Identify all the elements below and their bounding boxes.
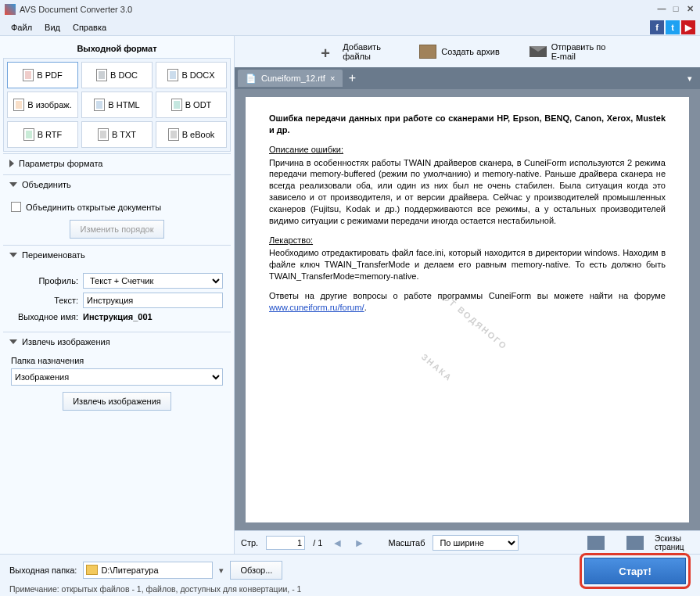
image-icon bbox=[13, 99, 24, 111]
section-rename[interactable]: Переименовать bbox=[3, 246, 231, 264]
text-label: Текст: bbox=[11, 296, 78, 305]
add-tab-button[interactable]: + bbox=[343, 71, 361, 85]
format-txt[interactable]: В TXT bbox=[81, 121, 153, 148]
chevron-down-icon bbox=[9, 182, 17, 187]
format-ebook[interactable]: В eBook bbox=[156, 121, 227, 148]
html-icon bbox=[94, 99, 105, 111]
profile-label: Профиль: bbox=[11, 276, 78, 285]
thumbnails-label: Эскизы страниц bbox=[655, 534, 694, 551]
right-panel: Добавить файлы Создать архив Отправить п… bbox=[235, 36, 700, 554]
minimize-button[interactable]: — bbox=[656, 4, 667, 15]
section-format-params[interactable]: Параметры формата bbox=[3, 154, 231, 173]
section-extract[interactable]: Извлечь изображения bbox=[3, 332, 231, 351]
titlebar: AVS Document Converter 3.0 — □ ✕ bbox=[0, 0, 700, 19]
menu-file[interactable]: Файл bbox=[5, 21, 38, 34]
doc-sub2: Лекарство: bbox=[269, 235, 666, 246]
page-label: Стр. bbox=[241, 538, 258, 548]
doc-icon bbox=[96, 69, 107, 81]
tabbar: 📄 Cuneiform_12.rtf × + ▾ bbox=[235, 67, 700, 89]
chevron-down-icon bbox=[9, 253, 17, 257]
format-docx[interactable]: В DOCX bbox=[156, 62, 227, 88]
zoom-select[interactable]: По ширине bbox=[433, 535, 519, 551]
thumbnails-icon[interactable] bbox=[626, 536, 644, 550]
youtube-icon[interactable]: ▶ bbox=[681, 20, 695, 34]
ebook-icon bbox=[168, 128, 179, 141]
doc-p3: Ответы на другие вопросы о работе програ… bbox=[269, 291, 666, 300]
chevron-down-icon bbox=[9, 339, 17, 344]
doc-link[interactable]: www.cuneiform.ru/forum/ bbox=[269, 303, 364, 312]
tab-dropdown[interactable]: ▾ bbox=[683, 74, 697, 84]
plus-icon bbox=[321, 45, 338, 59]
browse-button[interactable]: Обзор... bbox=[230, 561, 282, 580]
rtf-icon bbox=[23, 128, 34, 141]
add-files-button[interactable]: Добавить файлы bbox=[313, 39, 397, 64]
format-odt[interactable]: В ODT bbox=[156, 92, 227, 118]
document-viewport[interactable]: Ошибка передачи данных при работе со ска… bbox=[235, 89, 700, 530]
mail-icon bbox=[529, 46, 547, 57]
prev-page-button[interactable]: ◄ bbox=[330, 536, 344, 550]
twitter-icon[interactable]: t bbox=[666, 20, 680, 34]
page-input[interactable] bbox=[266, 536, 305, 550]
format-doc[interactable]: В DOC bbox=[81, 62, 153, 88]
outname-value: Инструкция_001 bbox=[83, 312, 153, 321]
print-icon[interactable] bbox=[587, 536, 605, 550]
next-page-button[interactable]: ► bbox=[352, 536, 366, 550]
facebook-icon[interactable]: f bbox=[650, 20, 664, 34]
output-folder-input[interactable] bbox=[83, 562, 213, 579]
menu-view[interactable]: Вид bbox=[38, 21, 66, 34]
destination-label: Папка назначения bbox=[11, 356, 223, 365]
page-total: / 1 bbox=[313, 538, 322, 548]
pdf-icon bbox=[23, 69, 34, 81]
chevron-right-icon bbox=[9, 160, 14, 167]
tab-close-button[interactable]: × bbox=[330, 74, 335, 83]
tab-label: Cuneiform_12.rtf bbox=[261, 74, 325, 83]
zoom-label: Масштаб bbox=[388, 538, 425, 548]
close-button[interactable]: ✕ bbox=[684, 4, 695, 15]
document-tab[interactable]: 📄 Cuneiform_12.rtf × bbox=[238, 70, 343, 87]
top-actions: Добавить файлы Создать архив Отправить п… bbox=[235, 36, 700, 67]
window-title: AVS Document Converter 3.0 bbox=[20, 5, 656, 14]
app-icon bbox=[5, 4, 16, 15]
format-pdf[interactable]: В PDF bbox=[7, 62, 78, 88]
create-archive-button[interactable]: Создать архив bbox=[411, 41, 507, 62]
menu-help[interactable]: Справка bbox=[66, 21, 113, 34]
text-input[interactable] bbox=[83, 293, 223, 308]
format-html[interactable]: В HTML bbox=[81, 92, 153, 118]
extract-images-button[interactable]: Извлечь изображения bbox=[63, 392, 171, 411]
doc-p1: Причина в особенностях работы TWAIN драй… bbox=[269, 157, 666, 227]
status-strip: Стр. / 1 ◄ ► Масштаб По ширине Эскизы ст… bbox=[235, 530, 700, 554]
format-image[interactable]: В изображ. bbox=[7, 92, 78, 118]
file-icon: 📄 bbox=[246, 74, 257, 84]
bottom-bar: Выходная папка: ▾ Обзор... Старт! Примеч… bbox=[0, 554, 700, 596]
doc-heading: Ошибка передачи данных при работе со ска… bbox=[269, 113, 666, 136]
change-order-button[interactable]: Изменить порядок bbox=[70, 220, 163, 239]
maximize-button[interactable]: □ bbox=[670, 4, 681, 15]
output-format-title: Выходной формат bbox=[3, 39, 231, 58]
note-text: Примечание: открытых файлов - 1, файлов,… bbox=[9, 584, 691, 594]
destination-select[interactable]: Изображения bbox=[11, 368, 223, 386]
start-button[interactable]: Старт! bbox=[584, 558, 686, 584]
outname-label: Выходное имя: bbox=[11, 312, 78, 321]
doc-sub1: Описание ошибки: bbox=[269, 144, 666, 156]
archive-icon bbox=[419, 45, 436, 59]
txt-icon bbox=[98, 128, 109, 141]
menubar: Файл Вид Справка f t ▶ bbox=[0, 19, 700, 36]
document-page: Ошибка передачи данных при работе со ска… bbox=[246, 97, 689, 522]
left-panel: Выходной формат В PDF В DOC В DOCX В изо… bbox=[0, 36, 235, 554]
format-rtf[interactable]: В RTF bbox=[7, 121, 78, 148]
doc-p2: Необходимо отредактировать файл face.ini… bbox=[269, 247, 666, 282]
output-folder-label: Выходная папка: bbox=[9, 565, 77, 575]
odt-icon bbox=[171, 99, 182, 111]
send-email-button[interactable]: Отправить по E-mail bbox=[522, 39, 622, 64]
docx-icon bbox=[167, 69, 178, 81]
checkbox-icon[interactable] bbox=[11, 202, 21, 212]
merge-checkbox-row[interactable]: Объединить открытые документы bbox=[11, 199, 223, 215]
profile-select[interactable]: Текст + Счетчик bbox=[83, 273, 223, 289]
format-grid: В PDF В DOC В DOCX В изображ. В HTML В O… bbox=[3, 58, 231, 152]
section-merge[interactable]: Объединить bbox=[3, 175, 231, 194]
